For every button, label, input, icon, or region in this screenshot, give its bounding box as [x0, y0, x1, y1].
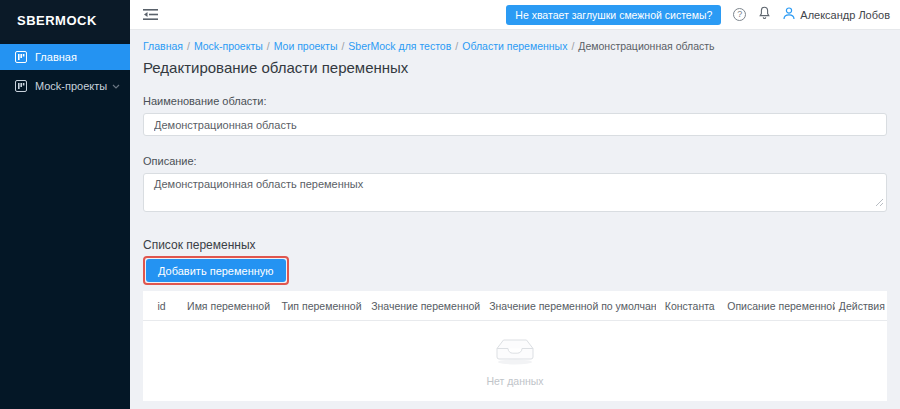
page-title: Редактирование области переменных — [143, 59, 887, 76]
column-header-name: Имя переменной — [180, 300, 277, 312]
variables-table: id Имя переменной Тип переменной Значени… — [143, 291, 887, 401]
menu-fold-icon[interactable] — [143, 8, 158, 21]
description-label: Описание: — [143, 155, 887, 167]
column-header-description: Описание переменной — [723, 300, 835, 312]
empty-state: Нет данных — [143, 321, 887, 401]
breadcrumb-separator: / — [341, 40, 344, 52]
area-name-label: Наименование области: — [143, 95, 887, 107]
content: Главная/Mock-проекты/Мои проекты/SberMoc… — [130, 30, 900, 409]
bell-icon[interactable] — [758, 6, 771, 24]
breadcrumb-link[interactable]: Главная — [143, 40, 183, 52]
breadcrumb-current: Демонстрационная область — [578, 40, 714, 52]
highlight-annotation: Добавить переменную — [143, 256, 289, 285]
column-header-value: Значение переменной — [366, 300, 485, 312]
sidebar-item-main[interactable]: Главная — [0, 44, 130, 70]
missing-stub-button[interactable]: Не хватает заглушки смежной системы? — [506, 5, 721, 25]
column-header-default-value: Значение переменной по умолчанию — [485, 300, 656, 312]
breadcrumb-link[interactable]: Mock-проекты — [194, 40, 263, 52]
breadcrumb-separator: / — [267, 40, 270, 52]
app-logo: SBERMOCK — [0, 0, 130, 40]
sidebar-item-label: Главная — [35, 51, 77, 63]
variables-list-label: Список переменных — [143, 238, 887, 252]
sidebar-item-label: Mock-проекты — [35, 80, 107, 92]
app-window: SBERMOCK Главная Mock-проекты — [0, 0, 900, 409]
breadcrumb: Главная/Mock-проекты/Мои проекты/SberMoc… — [143, 40, 887, 52]
user-name: Александр Лобов — [800, 9, 890, 21]
topbar: Не хватает заглушки смежной системы? ? А… — [130, 0, 900, 30]
breadcrumb-link[interactable]: Области переменных — [462, 40, 567, 52]
breadcrumb-separator: / — [455, 40, 458, 52]
user-menu[interactable]: Александр Лобов — [783, 6, 890, 24]
column-header-actions: Действия — [835, 300, 887, 312]
empty-box-icon — [495, 335, 535, 369]
column-header-id: id — [143, 300, 180, 312]
breadcrumb-link[interactable]: SberMock для тестов — [348, 40, 451, 52]
column-header-constant: Константа — [656, 300, 723, 312]
table-header-row: id Имя переменной Тип переменной Значени… — [143, 291, 887, 321]
help-icon[interactable]: ? — [733, 8, 746, 21]
breadcrumb-separator: / — [187, 40, 190, 52]
project-icon — [15, 51, 27, 63]
column-header-type: Тип переменной — [277, 300, 366, 312]
add-variable-button[interactable]: Добавить переменную — [146, 259, 286, 282]
area-name-input[interactable] — [143, 113, 887, 136]
sidebar: SBERMOCK Главная Mock-проекты — [0, 0, 130, 409]
description-field-wrap: Демонстрационная область переменных — [143, 173, 887, 216]
resize-handle-icon[interactable] — [875, 193, 884, 211]
description-textarea[interactable]: Демонстрационная область переменных — [143, 173, 887, 212]
user-icon — [783, 6, 795, 24]
chevron-down-icon — [112, 84, 120, 89]
sidebar-nav: Главная Mock-проекты — [0, 44, 130, 102]
breadcrumb-link[interactable]: Мои проекты — [274, 40, 338, 52]
topbar-right: Не хватает заглушки смежной системы? ? А… — [506, 5, 890, 25]
sidebar-item-mock-projects[interactable]: Mock-проекты — [0, 73, 130, 99]
project-icon — [15, 80, 27, 92]
main-area: Не хватает заглушки смежной системы? ? А… — [130, 0, 900, 409]
empty-state-text: Нет данных — [486, 375, 543, 387]
breadcrumb-separator: / — [571, 40, 574, 52]
